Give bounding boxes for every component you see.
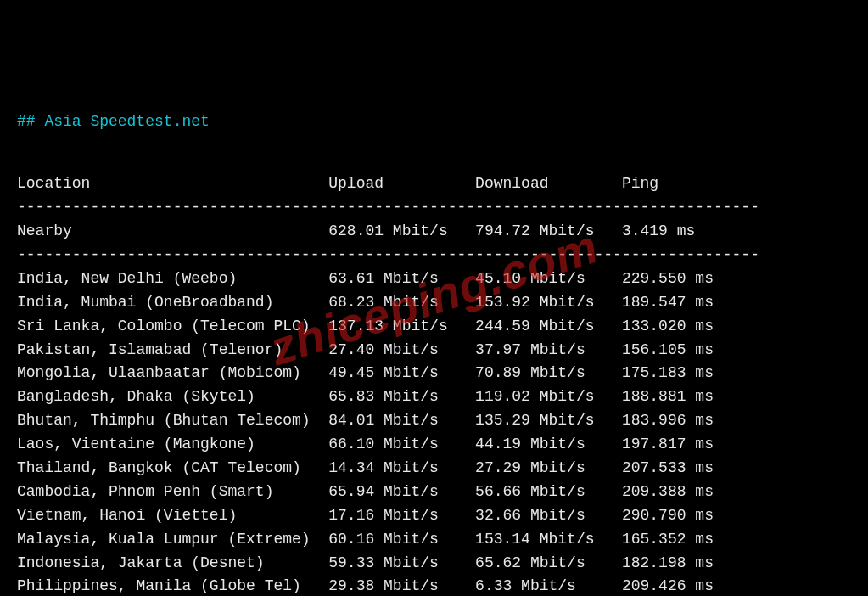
- table-row: Mongolia, Ulaanbaatar (Mobicom) 49.45 Mb…: [17, 362, 851, 385]
- table-row: Indonesia, Jakarta (Desnet) 59.33 Mbit/s…: [17, 552, 851, 576]
- separator: ----------------------------------------…: [17, 196, 851, 220]
- speedtest-table: Location Upload Download Ping-----------…: [17, 172, 851, 596]
- table-header: Location Upload Download Ping: [17, 172, 851, 196]
- table-row: Vietnam, Hanoi (Viettel) 17.16 Mbit/s 32…: [17, 504, 851, 528]
- table-row: Thailand, Bangkok (CAT Telecom) 14.34 Mb…: [17, 457, 851, 481]
- section-title: ## Asia Speedtest.net: [17, 110, 851, 134]
- table-row: Bhutan, Thimphu (Bhutan Telecom) 84.01 M…: [17, 409, 851, 433]
- nearby-row: Nearby 628.01 Mbit/s 794.72 Mbit/s 3.419…: [17, 220, 851, 244]
- table-row: Sri Lanka, Colombo (Telecom PLC) 137.13 …: [17, 315, 851, 339]
- table-row: India, New Delhi (Weebo) 63.61 Mbit/s 45…: [17, 267, 851, 291]
- table-row: Philippines, Manila (Globe Tel) 29.38 Mb…: [17, 575, 851, 596]
- table-row: Laos, Vientaine (Mangkone) 66.10 Mbit/s …: [17, 433, 851, 457]
- table-row: Pakistan, Islamabad (Telenor) 27.40 Mbit…: [17, 339, 851, 363]
- separator: ----------------------------------------…: [17, 244, 851, 267]
- table-row: Malaysia, Kuala Lumpur (Extreme) 60.16 M…: [17, 528, 851, 552]
- table-row: India, Mumbai (OneBroadband) 68.23 Mbit/…: [17, 291, 851, 315]
- table-row: Cambodia, Phnom Penh (Smart) 65.94 Mbit/…: [17, 481, 851, 504]
- table-row: Bangladesh, Dhaka (Skytel) 65.83 Mbit/s …: [17, 385, 851, 409]
